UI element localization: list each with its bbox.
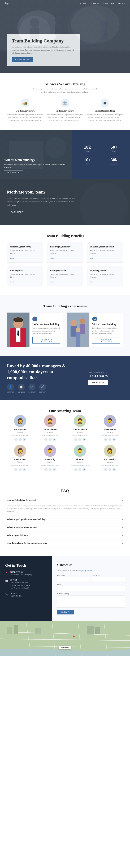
services-subtitle: We develop an individual integrated stra… (30, 87, 100, 93)
instagram-icon-1[interactable]: in (53, 438, 56, 441)
twitter-icon-1[interactable]: t (44, 438, 47, 441)
faq-question-3[interactable]: Who are your facilitators? ∨ (7, 531, 123, 539)
benefit-morale-more[interactable]: more (90, 281, 94, 283)
nav-about[interactable]: ABOUT US (103, 2, 114, 4)
exp-inperson-card: 📍 In-Person team building Lorem ipsum co… (30, 313, 63, 347)
exp-inperson-cta[interactable]: In-Person Activities (32, 337, 60, 343)
firstname-input[interactable] (57, 577, 90, 582)
contact-office-line2: New York, NY 10016 4668 (10, 587, 31, 590)
twitter-icon-5[interactable]: t (44, 468, 47, 471)
twitter-icon-7[interactable]: t (104, 468, 107, 471)
team-member-0: 👩 Nat Reynolds Manager Short description… (7, 415, 34, 441)
benefit-trust-more[interactable]: more (10, 281, 14, 283)
avatar-ann: 👩 (74, 415, 86, 427)
twitter-icon-6[interactable]: t (74, 468, 77, 471)
benefits-grid: Increasing productivity Sample text. Cli… (7, 242, 123, 286)
faq-item-3: Who are your facilitators? ∨ (7, 531, 123, 539)
motivate-title: Motivate your team (7, 189, 123, 195)
avatar-mia: 👩 (104, 445, 116, 457)
experiences-title: Team building experiences (7, 304, 123, 308)
twitter-icon-3[interactable]: t (104, 438, 107, 441)
firstname-label: First Name (57, 574, 90, 576)
submit-button[interactable]: Submit (57, 610, 74, 615)
exp-virtual-title: Virtual team building (92, 323, 120, 326)
nav-page4[interactable]: PAGE 4 (118, 2, 125, 4)
facebook-icon-2[interactable]: f (78, 438, 82, 441)
avatar-monica: 👩 (14, 445, 26, 457)
outdoor-icon: 🏕️ (21, 99, 30, 107)
loved-right-panel: Ready to speak with us? +1 333 333 64 55… (73, 371, 123, 385)
twitter-icon-2[interactable]: t (74, 438, 77, 441)
motivate-cta-button[interactable]: learn more (7, 210, 26, 214)
twitter-icon[interactable]: t (14, 438, 17, 441)
faq-question-1[interactable]: What are good questions for team buildin… (7, 516, 123, 523)
email-input[interactable] (57, 586, 125, 591)
svg-point-8 (79, 17, 88, 25)
nav-landing[interactable]: LANDING (90, 2, 100, 4)
exp-virtual-cta[interactable]: In-Person Activities (92, 337, 120, 343)
facebook-icon-1[interactable]: f (48, 438, 52, 441)
avatar-james: 👨 (104, 415, 116, 427)
contact-email-link[interactable]: info@company.com (78, 569, 92, 571)
member-name-3: James Oliver (97, 428, 123, 431)
message-textarea[interactable] (57, 595, 125, 608)
avatar-walter: 👨 (44, 445, 56, 457)
instagram-icon-5[interactable]: in (53, 468, 56, 471)
twitter-icon-4[interactable]: t (14, 468, 17, 471)
stat-years: 10+ Years (75, 156, 100, 166)
faq-chevron-1: ∨ (121, 518, 123, 521)
instagram-icon-4[interactable]: in (23, 468, 26, 471)
facebook-icon[interactable]: f (18, 438, 21, 441)
member-role-6: Manager (67, 461, 93, 463)
instagram-icon[interactable]: in (23, 438, 26, 441)
contact-chart-label: CHART TO US (10, 571, 33, 573)
instagram-icon-7[interactable]: in (113, 468, 116, 471)
instagram-icon-2[interactable]: in (83, 438, 86, 441)
faq-question-0[interactable]: How much lead time do we need? ∧ (7, 496, 123, 504)
stat-team: 50+ Team (101, 143, 127, 154)
services-grid: 🏕️ Outdoor Adventure Lorem ipsum dolor s… (7, 99, 123, 122)
benefit-leaders-more[interactable]: more (50, 281, 54, 283)
exp-virtual-card: 💻 Virtual team building Lorem ipsum cons… (89, 313, 123, 347)
member-desc-3: Short description goes here. (97, 434, 123, 437)
lastname-input[interactable] (92, 577, 125, 582)
loved-cta-button[interactable]: Start Now (88, 380, 108, 385)
contact-section: Get in Touch 📍 CHART TO US 123 Hillcrest… (0, 556, 130, 621)
benefit-communication-title: Enhancing communication (90, 246, 120, 248)
faq-item-2: What are your insurance options? ∨ (7, 523, 123, 531)
svg-rect-11 (100, 28, 107, 39)
benefit-creativity-more[interactable]: more (50, 257, 54, 259)
loved-icon-4: 🔗 CONTACT (39, 383, 46, 393)
service-indoor-desc: Lorem ipsum dolor sit in reprehenderit i… (47, 113, 83, 122)
instagram-icon-6[interactable]: in (83, 468, 86, 471)
exp-in-person-wrapper: 📍 In-Person team building Lorem ipsum co… (7, 313, 63, 347)
indoor-icon: 🏛️ (61, 99, 69, 107)
loved-icon-label-4: CONTACT (39, 391, 46, 393)
facebook-icon-4[interactable]: f (18, 468, 21, 471)
member-desc-5: Short description goes here. (37, 464, 63, 467)
member-name-1: Jennie Roberts (37, 428, 63, 431)
faq-question-4[interactable]: How do we choose the best event for our … (7, 539, 123, 547)
faq-question-2[interactable]: What are your insurance options? ∨ (7, 523, 123, 531)
benefit-productivity-more[interactable]: more (10, 257, 14, 259)
team-member-7: 👩 Mia Carvalho Manager Short description… (97, 445, 123, 471)
facebook-icon-7[interactable]: f (108, 468, 112, 471)
stats-learn-more-button[interactable]: learn more (4, 170, 23, 175)
member-desc-1: Short description goes here. (37, 434, 63, 437)
loved-by-section: Loved by 40,000+ managers & 1,000,000+ e… (0, 356, 130, 400)
member-desc-4: Short description goes here. (7, 464, 34, 467)
svg-point-23 (76, 328, 80, 332)
instagram-icon-3[interactable]: in (113, 438, 116, 441)
facebook-icon-6[interactable]: f (78, 468, 82, 471)
benefit-morale: Improving morale Sample text. Click to s… (87, 266, 123, 286)
benefit-communication-more[interactable]: more (90, 257, 94, 259)
nav-home[interactable]: HOME (80, 2, 86, 4)
facebook-icon-5[interactable]: f (48, 468, 52, 471)
stat-team-num: 50+ (103, 145, 125, 150)
stat-community-label: Community (103, 163, 125, 165)
facebook-icon-3[interactable]: f (108, 438, 112, 441)
benefit-leaders-desc: Sample text. Click to select the Text El… (50, 273, 80, 279)
loved-icon-3: ✔️ CONTACT (29, 383, 36, 393)
exp-inperson-desc: Lorem ipsum consectetur adipiscing elit … (32, 327, 60, 335)
benefit-communication: Enhancing communication Sample text. Cli… (87, 242, 123, 262)
